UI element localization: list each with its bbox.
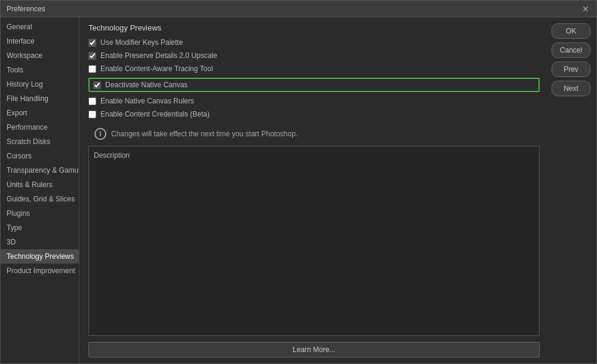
sidebar-item-plugins[interactable]: Plugins	[1, 206, 79, 221]
ok-button[interactable]: OK	[552, 23, 590, 39]
preferences-window: Preferences ✕ General Interface Workspac…	[0, 0, 597, 364]
description-title: Description	[94, 151, 534, 160]
cancel-button[interactable]: Cancel	[552, 42, 590, 58]
main-content: General Interface Workspace Tools Histor…	[1, 17, 596, 363]
sidebar-item-workspace[interactable]: Workspace	[1, 48, 79, 63]
right-buttons: OK Cancel Prev Next	[549, 17, 596, 363]
content-area: Technology Previews Use Modifier Keys Pa…	[79, 17, 549, 363]
checkbox-enable-preserve-details[interactable]	[88, 52, 96, 60]
sidebar-item-product-improvement[interactable]: Product Improvement	[1, 264, 79, 278]
sidebar-item-units-rulers[interactable]: Units & Rulers	[1, 178, 79, 192]
sidebar-item-performance[interactable]: Performance	[1, 120, 79, 134]
sidebar-item-type[interactable]: Type	[1, 221, 79, 235]
sidebar-item-export[interactable]: Export	[1, 106, 79, 120]
sidebar: General Interface Workspace Tools Histor…	[1, 17, 79, 363]
next-button[interactable]: Next	[552, 81, 590, 96]
checkbox-label-deactivate-native-canvas[interactable]: Deactivate Native Canvas	[105, 81, 188, 89]
sidebar-item-3d[interactable]: 3D	[1, 235, 79, 249]
sidebar-item-transparency-gamut[interactable]: Transparency & Gamut	[1, 163, 79, 178]
close-button[interactable]: ✕	[581, 4, 590, 14]
checkbox-enable-content-aware[interactable]	[88, 65, 96, 73]
checkbox-row-enable-content-aware: Enable Content-Aware Tracing Tool	[88, 65, 540, 73]
sidebar-item-scratch-disks[interactable]: Scratch Disks	[1, 134, 79, 149]
prev-button[interactable]: Prev	[552, 62, 590, 77]
sidebar-item-cursors[interactable]: Cursors	[1, 149, 79, 163]
checkbox-label-enable-content-aware[interactable]: Enable Content-Aware Tracing Tool	[100, 65, 213, 73]
info-row: i Changes will take effect the next time…	[88, 128, 540, 140]
highlighted-row-deactivate-native-canvas: Deactivate Native Canvas	[88, 78, 540, 92]
section-title: Technology Previews	[88, 23, 540, 32]
checkbox-row-enable-native-rulers: Enable Native Canvas Rulers	[88, 97, 540, 105]
window-title: Preferences	[7, 5, 45, 13]
title-bar: Preferences ✕	[1, 1, 596, 17]
checkbox-row-enable-preserve-details: Enable Preserve Details 2.0 Upscale	[88, 51, 540, 60]
info-message: Changes will take effect the next time y…	[111, 130, 298, 138]
checkbox-enable-content-credentials[interactable]	[88, 111, 96, 118]
checkbox-label-enable-content-credentials[interactable]: Enable Content Credentials (Beta)	[100, 110, 210, 118]
sidebar-item-file-handling[interactable]: File Handling	[1, 91, 79, 106]
sidebar-item-history-log[interactable]: History Log	[1, 77, 79, 91]
info-icon: i	[94, 128, 106, 140]
learn-more-button[interactable]: Learn More...	[88, 342, 540, 357]
sidebar-item-technology-previews[interactable]: Technology Previews	[1, 249, 79, 264]
description-box: Description	[88, 146, 540, 336]
checkbox-deactivate-native-canvas[interactable]	[93, 81, 101, 89]
checkbox-row-enable-content-credentials: Enable Content Credentials (Beta)	[88, 110, 540, 118]
sidebar-item-guides-grid-slices[interactable]: Guides, Grid & Slices	[1, 192, 79, 206]
checkbox-enable-native-rulers[interactable]	[88, 97, 96, 105]
sidebar-item-tools[interactable]: Tools	[1, 63, 79, 77]
checkbox-label-enable-native-rulers[interactable]: Enable Native Canvas Rulers	[100, 97, 194, 105]
checkbox-use-modifier-keys[interactable]	[88, 39, 96, 47]
sidebar-item-interface[interactable]: Interface	[1, 34, 79, 48]
checkbox-label-enable-preserve-details[interactable]: Enable Preserve Details 2.0 Upscale	[100, 51, 217, 60]
checkbox-label-use-modifier-keys[interactable]: Use Modifier Keys Palette	[100, 38, 183, 47]
checkbox-row-use-modifier-keys: Use Modifier Keys Palette	[88, 38, 540, 47]
sidebar-item-general[interactable]: General	[1, 20, 79, 34]
